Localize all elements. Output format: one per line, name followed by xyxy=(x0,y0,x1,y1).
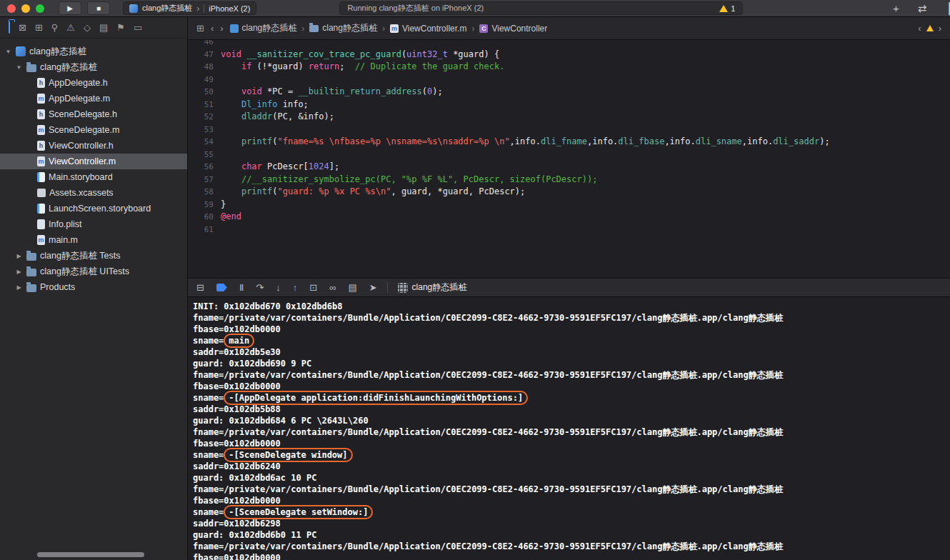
code-line: void __sanitizer_cov_trace_pc_guard(uint… xyxy=(221,49,950,61)
code-line: printf("guard: %p %x PC %s\n", guard, *g… xyxy=(221,186,950,199)
console-line: sname=-[SceneDelegate setWindow:] xyxy=(193,506,950,518)
code-token: void xyxy=(221,49,246,59)
view-ui-hierarchy-icon[interactable]: ⊡ xyxy=(309,283,317,292)
related-items-icon[interactable]: ⊞ xyxy=(196,23,204,34)
breadcrumb-item[interactable]: mViewController.m xyxy=(390,24,466,34)
console-line: guard: 0x102dbd690 9 PC xyxy=(193,358,950,369)
disclosure-closed-icon[interactable]: ▶ xyxy=(15,269,23,275)
process-chip[interactable]: clang静态插桩 xyxy=(398,281,467,294)
next-issue-button[interactable]: › xyxy=(939,23,941,34)
file-tree-item[interactable]: ▼clang静态插桩 xyxy=(0,44,187,59)
code-token: } xyxy=(221,199,226,209)
memory-graph-icon[interactable]: ∞ xyxy=(329,283,336,292)
file-tree-item[interactable]: mViewController.m xyxy=(0,154,187,169)
run-destination[interactable]: iPhoneX (2) xyxy=(209,4,250,13)
close-window-button[interactable] xyxy=(7,4,16,13)
project-navigator-icon[interactable] xyxy=(9,23,10,32)
code-token: dli_fbase xyxy=(618,136,664,146)
stop-button[interactable]: ■ xyxy=(87,1,110,15)
step-into-icon[interactable]: ↓ xyxy=(276,283,281,292)
breadcrumb-item[interactable]: clang静态插桩 xyxy=(309,22,377,34)
code-token: dli_fname xyxy=(541,136,587,146)
breadcrumb-label: ViewController xyxy=(491,24,547,34)
code-token: "guard: %p %x PC %s\n" xyxy=(278,186,391,196)
scheme-name[interactable]: clang静态插桩 xyxy=(142,3,192,14)
editor-column: ⊞ ‹ › clang静态插桩›clang静态插桩›mViewControlle… xyxy=(188,17,950,560)
scrollbar-thumb[interactable] xyxy=(37,552,144,557)
issue-navigator-icon[interactable]: ⚠ xyxy=(66,23,75,32)
console-output[interactable]: INIT: 0x102dbd670 0x102dbd6b8fname=/priv… xyxy=(188,297,950,560)
library-add-button[interactable]: + xyxy=(893,2,899,14)
app-icon xyxy=(129,4,138,13)
line-number: 49 xyxy=(188,74,214,86)
file-tree-item[interactable]: hSceneDelegate.h xyxy=(0,106,187,122)
minimize-window-button[interactable] xyxy=(21,4,30,13)
sidebar-scrollbar[interactable] xyxy=(0,552,187,558)
find-navigator-icon[interactable]: ⚲ xyxy=(51,23,59,32)
test-navigator-icon[interactable]: ◇ xyxy=(84,23,91,32)
breakpoints-toggle-icon[interactable] xyxy=(216,284,227,291)
disclosure-open-icon[interactable]: ▼ xyxy=(15,64,23,71)
pause-execution-icon[interactable]: Ⅱ xyxy=(239,283,244,292)
file-tree-item[interactable]: hViewController.h xyxy=(0,138,187,154)
code-line: } xyxy=(221,199,950,211)
code-token: ( xyxy=(422,86,427,96)
report-navigator-icon[interactable]: ▭ xyxy=(134,23,142,32)
code-token: uint32_t xyxy=(406,49,448,59)
file-tree-item[interactable]: Assets.xcassets xyxy=(0,185,187,201)
file-tree-item[interactable]: Info.plist xyxy=(0,216,187,232)
file-tree[interactable]: ▼clang静态插桩▼clang静态插桩hAppDelegate.hmAppDe… xyxy=(0,39,187,560)
code-line: //__sanitizer_symbolize_pc(PC, "%p %F %L… xyxy=(221,174,950,186)
chevron-right-icon: › xyxy=(471,24,474,34)
toggle-debug-area-icon[interactable]: ⊟ xyxy=(196,283,204,292)
go-back-button[interactable]: ‹ xyxy=(211,23,214,34)
folder-icon xyxy=(309,25,319,32)
code-editor[interactable]: 46474849505152535455565758596061 void __… xyxy=(188,40,950,278)
file-tree-item[interactable]: ▶clang静态插桩 Tests xyxy=(0,248,187,264)
warning-badge[interactable]: 1 xyxy=(719,4,735,13)
environment-overrides-icon[interactable]: ▤ xyxy=(348,283,356,292)
zoom-window-button[interactable] xyxy=(36,4,44,13)
file-tree-item[interactable]: mAppDelegate.m xyxy=(0,91,187,106)
console-line: sname=-[SceneDelegate window] xyxy=(193,449,950,461)
console-text: sname= xyxy=(193,393,224,403)
breadcrumb-label: clang静态插桩 xyxy=(242,22,297,34)
breadcrumb-item[interactable]: CViewController xyxy=(479,24,547,34)
breadcrumb-label: ViewController.m xyxy=(402,24,466,34)
code-token: (PC, &info); xyxy=(272,111,334,121)
run-button[interactable]: ▶ xyxy=(59,1,81,15)
file-tree-item[interactable]: hAppDelegate.h xyxy=(0,75,187,91)
simulate-location-icon[interactable]: ➤ xyxy=(369,283,377,292)
editor-layout-button[interactable]: ⇄ xyxy=(918,2,927,15)
disclosure-closed-icon[interactable]: ▶ xyxy=(15,253,23,259)
code-line: Dl_info info; xyxy=(221,99,950,111)
scheme-selector[interactable]: clang静态插桩 › iPhoneX (2) xyxy=(123,1,256,15)
disclosure-open-icon[interactable]: ▼ xyxy=(4,49,12,55)
file-tree-item[interactable]: ▼clang静态插桩 xyxy=(0,59,187,75)
step-out-icon[interactable]: ↑ xyxy=(293,283,298,292)
file-name: main.m xyxy=(49,235,78,245)
file-tree-item[interactable]: LaunchScreen.storyboard xyxy=(0,201,187,216)
code-token: PcDescr[ xyxy=(262,161,309,171)
file-tree-item[interactable]: mmain.m xyxy=(0,232,187,248)
file-tree-item[interactable]: Main.storyboard xyxy=(0,169,187,185)
file-tree-item[interactable]: ▶Products xyxy=(0,279,187,295)
docm-file-icon: m xyxy=(37,94,45,104)
symbol-navigator-icon[interactable]: ⊞ xyxy=(35,23,43,32)
step-over-icon[interactable]: ↷ xyxy=(256,283,264,292)
breadcrumb-item[interactable]: clang静态插桩 xyxy=(230,22,297,34)
console-text: saddr=0x102db6240 xyxy=(193,461,281,471)
debug-navigator-icon[interactable]: ▤ xyxy=(99,23,108,32)
file-tree-item[interactable]: ▶clang静态插桩 UITests xyxy=(0,264,187,279)
file-tree-item[interactable]: mSceneDelegate.m xyxy=(0,122,187,138)
previous-issue-button[interactable]: ‹ xyxy=(918,23,921,34)
navigator-strip: ⊠⊞⚲⚠◇▤⚑▭ xyxy=(0,17,187,39)
go-forward-button[interactable]: › xyxy=(220,23,223,34)
console-line: fname=/private/var/containers/Bundle/App… xyxy=(193,312,950,324)
breakpoint-navigator-icon[interactable]: ⚑ xyxy=(116,23,125,32)
disclosure-closed-icon[interactable]: ▶ xyxy=(15,284,23,291)
source-control-navigator-icon[interactable]: ⊠ xyxy=(19,23,26,32)
right-panel-toggle-button[interactable]: ▐ xyxy=(945,2,950,14)
console-text: fname=/private/var/containers/Bundle/App… xyxy=(193,427,783,437)
code-token: ( xyxy=(272,186,277,196)
